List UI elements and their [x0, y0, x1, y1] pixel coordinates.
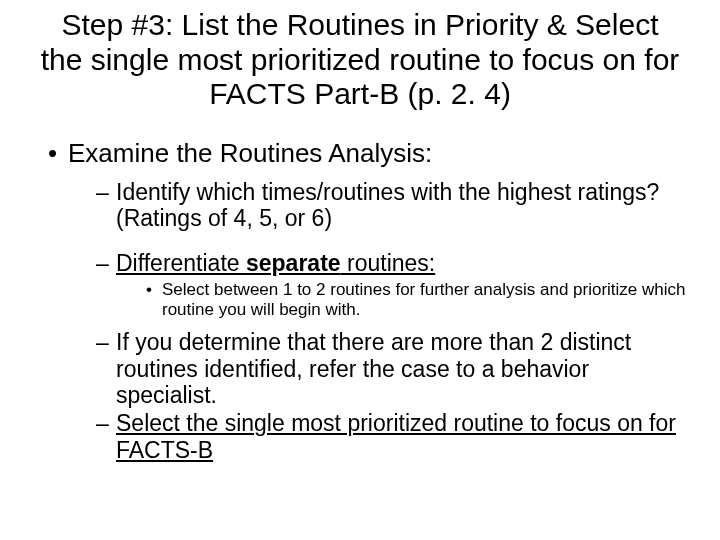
list-item: If you determine that there are more tha…: [96, 329, 690, 408]
bullet-list: Examine the Routines Analysis: Identify …: [30, 138, 690, 464]
sub-sub-list: Select between 1 to 2 routines for furth…: [116, 280, 690, 319]
text: If you determine that there are more tha…: [116, 329, 631, 408]
text: Examine the Routines Analysis:: [68, 138, 432, 168]
text: separate: [246, 250, 341, 276]
text: Select the single most prioritized routi…: [116, 410, 676, 462]
list-item: Select between 1 to 2 routines for furth…: [146, 280, 690, 319]
list-item: Select the single most prioritized routi…: [96, 410, 690, 463]
text: routines:: [341, 250, 436, 276]
sub-list: Identify which times/routines with the h…: [68, 179, 690, 464]
text: Differentiate separate routines:: [116, 250, 435, 276]
slide: Step #3: List the Routines in Priority &…: [0, 0, 720, 540]
list-item: Examine the Routines Analysis: Identify …: [48, 138, 690, 464]
list-item: Differentiate separate routines: Select …: [96, 250, 690, 320]
text: Identify which times/routines with the h…: [116, 179, 659, 231]
text: Select between 1 to 2 routines for furth…: [162, 280, 686, 319]
slide-title: Step #3: List the Routines in Priority &…: [40, 8, 680, 112]
text: Differentiate: [116, 250, 246, 276]
list-item: Identify which times/routines with the h…: [96, 179, 690, 232]
